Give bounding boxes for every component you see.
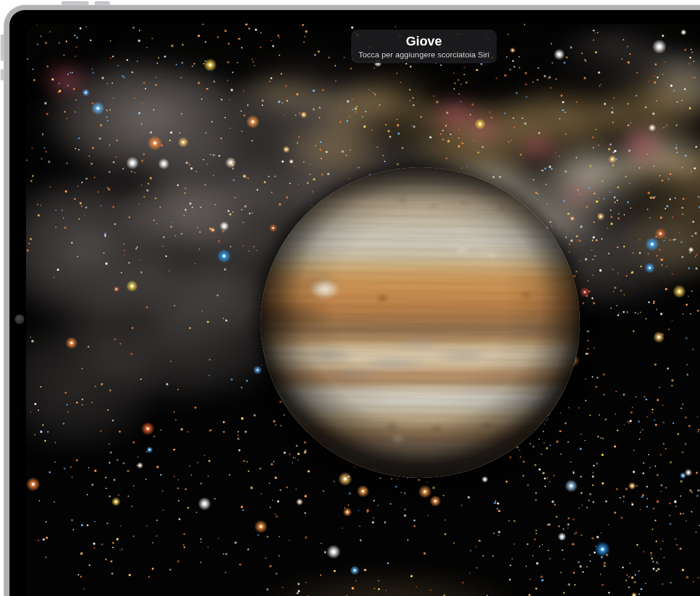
jupiter-limb-shading <box>261 167 580 478</box>
ipad-bezel: Giove Tocca per aggiungere scorciatoia S… <box>9 10 700 596</box>
planet-jupiter[interactable] <box>261 167 580 478</box>
front-camera <box>15 315 24 324</box>
banner-title: Giove <box>406 34 442 48</box>
ipad-screen: Giove Tocca per aggiungere scorciatoia S… <box>26 24 700 596</box>
ipad-device-frame: Giove Tocca per aggiungere scorciatoia S… <box>4 5 700 596</box>
space-wallpaper <box>26 24 700 596</box>
siri-suggestion-banner[interactable]: Giove Tocca per aggiungere scorciatoia S… <box>351 30 497 63</box>
banner-subtitle: Tocca per aggiungere scorciatoia Siri <box>358 50 489 59</box>
page-background: Giove Tocca per aggiungere scorciatoia S… <box>0 0 700 596</box>
